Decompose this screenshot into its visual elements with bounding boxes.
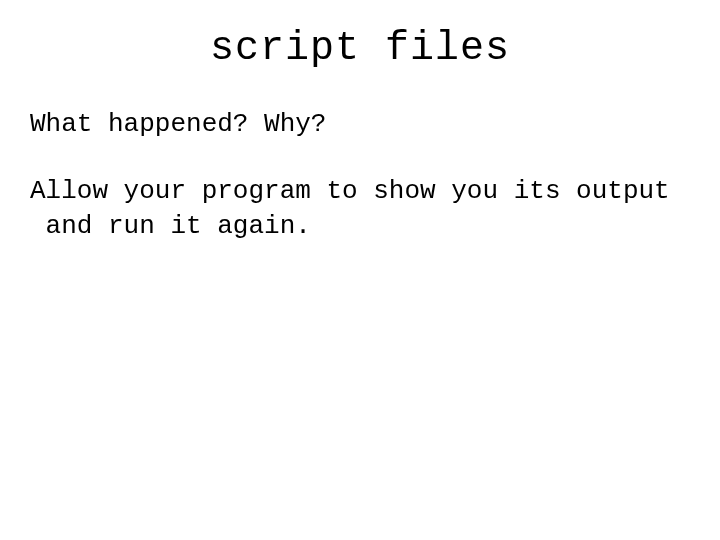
- slide-title: script files: [30, 26, 690, 71]
- paragraph-2: Allow your program to show you its outpu…: [30, 174, 690, 244]
- slide: script files What happened? Why? Allow y…: [0, 0, 720, 540]
- paragraph-1: What happened? Why?: [30, 107, 690, 142]
- slide-body: What happened? Why? Allow your program t…: [30, 107, 690, 244]
